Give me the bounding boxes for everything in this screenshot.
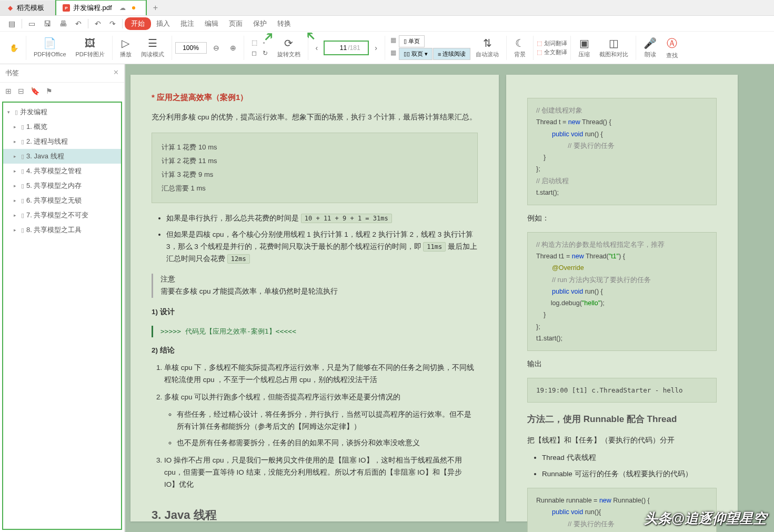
cloud-icon: ☁ bbox=[119, 4, 126, 12]
tree-item-4[interactable]: ▸▯4. 共享模型之管程 bbox=[3, 164, 121, 178]
section-title: * 应用之提高效率（案例1） bbox=[152, 91, 478, 104]
tab-pdf[interactable]: P 并发编程.pdf ☁ bbox=[55, 0, 147, 15]
sidebar-title: 书签 bbox=[5, 68, 19, 78]
code-block: // 构造方法的参数是给线程指定名字，推荐 Thread t1 = new Th… bbox=[527, 232, 717, 351]
word-icon: 📄 bbox=[43, 37, 56, 49]
menu-icon[interactable]: ▤ bbox=[4, 17, 19, 30]
expand-icon[interactable]: ⊞ bbox=[5, 87, 12, 95]
page-number-input[interactable] bbox=[326, 43, 347, 53]
full-trans-button[interactable]: ⬚全文翻译 bbox=[537, 48, 567, 56]
open-icon[interactable]: ▭ bbox=[24, 17, 39, 30]
tree-item-root[interactable]: ▾▯并发编程 bbox=[3, 105, 121, 119]
method-heading: 方法二，使用 Runnable 配合 Thread bbox=[527, 412, 717, 427]
tree-item-1[interactable]: ▸▯1. 概览 bbox=[3, 119, 121, 134]
zoom-input[interactable] bbox=[175, 42, 207, 54]
watermark-text: 头条@追逐仰望星空 bbox=[644, 509, 767, 528]
menu-annotate[interactable]: 批注 bbox=[175, 17, 199, 31]
mic-icon: 🎤 bbox=[644, 37, 657, 49]
play-button[interactable]: ▷播放 bbox=[116, 37, 136, 58]
single-page-button[interactable]: ▯单页 bbox=[399, 35, 425, 47]
close-icon[interactable]: ✕ bbox=[113, 68, 119, 78]
menu-edit[interactable]: 编辑 bbox=[199, 17, 224, 31]
menu-bar: ▤ ▭ 🖫 🖶 ↶ ↶ ↷ 开始 插入 批注 编辑 页面 保护 转换 bbox=[0, 16, 774, 32]
compress-icon: ▣ bbox=[579, 37, 589, 49]
fit-visible-icon[interactable]: ↻ bbox=[260, 48, 270, 58]
menu-start[interactable]: 开始 bbox=[125, 17, 151, 30]
chapter-heading: 3. Java 线程 bbox=[152, 505, 478, 525]
rotate-icon: ⟳ bbox=[284, 37, 293, 49]
numbered-list: 单核 cpu 下，多线程不能实际提高程序运行效率，只是为了能够在不同的任务之间切… bbox=[152, 362, 478, 490]
layout-icon-2[interactable]: ▦ bbox=[388, 48, 398, 60]
tab-label: 稻壳模板 bbox=[17, 3, 44, 13]
background-button[interactable]: ☾背景 bbox=[510, 37, 530, 58]
code-block: 计算 1 花费 10 ms 计算 2 花费 11 ms 计算 3 花费 9 ms… bbox=[152, 133, 478, 203]
sidebar-tools: ⊞ ⊟ 🔖 ⚑ bbox=[0, 83, 124, 99]
tree-item-7[interactable]: ▸▯7. 共享模型之不可变 bbox=[3, 208, 121, 223]
collapse-icon[interactable]: ⊟ bbox=[18, 87, 24, 95]
document-viewport[interactable]: * 应用之提高效率（案例1） 充分利用多核 cpu 的优势，提高运行效率。想象下… bbox=[125, 64, 774, 532]
rotate-button[interactable]: ⟳旋转文档 bbox=[273, 37, 305, 58]
double-icon: ▯▯ bbox=[404, 51, 410, 57]
tree-item-3[interactable]: ▸▯3. Java 线程 bbox=[3, 149, 121, 164]
text: 把【线程】和【任务】（要执行的代码）分开 bbox=[527, 435, 717, 447]
bullet-list: Thread 代表线程 Runnable 可运行的任务（线程要执行的代码） bbox=[527, 452, 717, 480]
pdf-to-image-button[interactable]: 🖼PDF转图片 bbox=[72, 37, 109, 58]
output-block: 19:19:00 [t1] c.ThreadStarter - hello bbox=[527, 378, 717, 403]
bookmark-icon[interactable]: ⚑ bbox=[46, 87, 53, 95]
text: 例如： bbox=[527, 213, 717, 225]
cont-icon: ≡ bbox=[438, 51, 441, 57]
read-icon: ☰ bbox=[148, 37, 157, 49]
compress-button[interactable]: ▣压缩 bbox=[574, 37, 594, 58]
crop-compare-button[interactable]: ◫截图和对比 bbox=[595, 37, 632, 58]
tree-item-6[interactable]: ▸▯6. 共享模型之无锁 bbox=[3, 193, 121, 208]
print-icon[interactable]: 🖶 bbox=[55, 17, 71, 30]
undo2-icon[interactable]: ↶ bbox=[91, 17, 105, 30]
continuous-button[interactable]: ≡连续阅读 bbox=[433, 48, 470, 60]
save-icon[interactable]: 🖫 bbox=[39, 17, 55, 30]
note-block: 注意 需要在多核 cpu 才能提高效率，单核仍然时是轮流执行 bbox=[152, 274, 478, 298]
bookmark-tree: ▾▯并发编程 ▸▯1. 概览 ▸▯2. 进程与线程 ▸▯3. Java 线程 ▸… bbox=[2, 102, 122, 530]
layout-icon-1[interactable]: ▦ bbox=[388, 35, 398, 47]
zoom-out-icon[interactable]: ⊖ bbox=[209, 42, 224, 54]
menu-insert[interactable]: 插入 bbox=[151, 17, 175, 31]
tab-icon-fire: ◆ bbox=[6, 4, 14, 12]
undo-icon[interactable]: ↶ bbox=[71, 17, 86, 30]
scroll-icon: ⇅ bbox=[483, 37, 492, 49]
pdf-icon: P bbox=[63, 4, 70, 12]
tree-item-2[interactable]: ▸▯2. 进程与线程 bbox=[3, 134, 121, 149]
ribbon-toolbar: ✋ 📄PDF转Office 🖼PDF转图片 ▷播放 ☰阅读模式 ⊖ ⊕ ⬚▫ ◻… bbox=[0, 32, 774, 64]
single-icon: ▯ bbox=[404, 38, 407, 45]
bookmark-add-icon[interactable]: 🔖 bbox=[31, 87, 39, 95]
word-trans-button[interactable]: ⬚划词翻译 bbox=[537, 39, 567, 47]
pdf-to-office-button[interactable]: 📄PDF转Office bbox=[29, 37, 71, 58]
speak-button[interactable]: 🎤朗读 bbox=[639, 37, 661, 58]
tree-item-5[interactable]: ▸▯5. 共享模型之内存 bbox=[3, 178, 121, 193]
zoom-in-icon[interactable]: ⊕ bbox=[226, 42, 240, 54]
subheading: 2) 结论 bbox=[152, 345, 478, 357]
find-button[interactable]: Ⓐ查找 bbox=[662, 36, 682, 59]
page-next-icon[interactable]: › bbox=[370, 42, 381, 54]
bookmark-sidebar: 书签 ✕ ⊞ ⊟ 🔖 ⚑ ▾▯并发编程 ▸▯1. 概览 ▸▯2. 进程与线程 ▸… bbox=[0, 64, 125, 532]
intro-text: 充分利用多核 cpu 的优势，提高运行效率。想象下面的场景，执行 3 个计算，最… bbox=[152, 112, 478, 124]
page-prev-icon[interactable]: ‹ bbox=[311, 42, 323, 54]
tab-templates[interactable]: ◆ 稻壳模板 bbox=[0, 1, 55, 15]
autoscroll-button[interactable]: ⇅自动滚动 bbox=[471, 37, 503, 58]
crop-icon: ◫ bbox=[609, 37, 619, 49]
code-block: // 创建线程对象 Thread t = new Thread() { publ… bbox=[527, 98, 717, 205]
redo-icon[interactable]: ↷ bbox=[105, 17, 120, 30]
double-page-button[interactable]: ▯▯双页▾ bbox=[399, 48, 433, 60]
tab-label: 并发编程.pdf bbox=[73, 3, 112, 13]
menu-convert[interactable]: 转换 bbox=[272, 17, 296, 31]
page-nav-box: /181 bbox=[324, 41, 369, 55]
hand-tool-icon[interactable]: ✋ bbox=[5, 42, 23, 54]
read-mode-button[interactable]: ☰阅读模式 bbox=[137, 37, 168, 58]
dot-icon bbox=[132, 6, 135, 9]
tree-item-8[interactable]: ▸▯8. 共享模型之工具 bbox=[3, 223, 121, 237]
menu-page[interactable]: 页面 bbox=[224, 17, 248, 31]
menu-protect[interactable]: 保护 bbox=[248, 17, 272, 31]
trans-icon-2: ⬚ bbox=[537, 49, 542, 56]
fit-width-icon[interactable]: ⬚ bbox=[249, 38, 259, 47]
add-tab-button[interactable]: + bbox=[147, 1, 164, 15]
fit-actual-icon[interactable]: ◻ bbox=[249, 48, 259, 58]
search-icon: Ⓐ bbox=[667, 36, 677, 51]
